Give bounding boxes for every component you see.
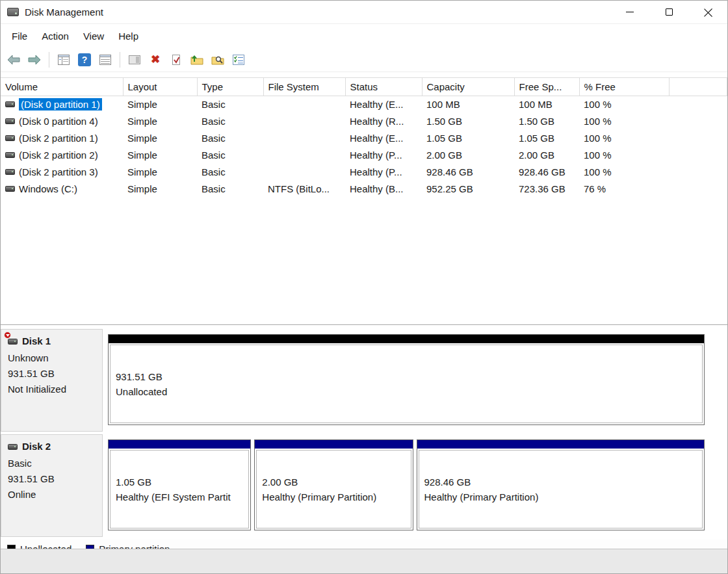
table-row[interactable]: (Disk 0 partition 4) Simple Basic Health… [1, 113, 727, 130]
disk-1-header[interactable]: Disk 1 Unknown 931.51 GB Not Initialized [1, 329, 103, 432]
column-header-file-system[interactable]: File System [263, 78, 345, 96]
back-button[interactable] [4, 51, 23, 69]
show-action-pane-button[interactable] [125, 51, 144, 69]
table-row[interactable]: (Disk 2 partition 2) Simple Basic Health… [1, 147, 727, 164]
table-row[interactable]: (Disk 2 partition 1) Simple Basic Health… [1, 130, 727, 147]
disk-size: 931.51 GB [8, 366, 96, 382]
properties-button[interactable] [229, 51, 248, 69]
unallocated-band [109, 335, 704, 343]
partition-status: Healthy (Primary Partition) [262, 489, 410, 504]
title-bar: Disk Management [1, 1, 727, 24]
cell-free-space: 1.50 GB [514, 113, 579, 130]
mark-active-button[interactable] [166, 51, 186, 69]
volume-icon [5, 101, 15, 107]
cell-pct-free: 76 % [579, 181, 669, 198]
volume-name: (Disk 2 partition 2) [19, 150, 98, 161]
show-action-pane-icon [129, 55, 140, 64]
cell-layout: Simple [123, 96, 197, 113]
primary-partition-band [417, 440, 705, 449]
disk-1-graph: 931.51 GB Unallocated [103, 329, 727, 432]
toolbar-separator [120, 52, 120, 68]
export-list-button[interactable] [96, 51, 115, 69]
partition-size: 1.05 GB [116, 475, 248, 489]
legend-label: Primary partition [99, 543, 170, 549]
explore-button[interactable] [208, 51, 228, 69]
disk-2-header[interactable]: Disk 2 Basic 931.51 GB Online [1, 434, 103, 537]
disk-2-icon [8, 441, 18, 452]
disk-1-icon [8, 335, 18, 346]
disk-1-row: Disk 1 Unknown 931.51 GB Not Initialized… [1, 329, 727, 432]
cell-pct-free: 100 % [579, 164, 669, 181]
cell-capacity: 928.46 GB [422, 164, 514, 181]
minimize-button[interactable] [610, 1, 649, 23]
menu-help[interactable]: Help [111, 26, 146, 46]
cell-type: Basic [197, 164, 263, 181]
menu-file[interactable]: File [5, 26, 34, 46]
volume-name: Windows (C:) [19, 183, 77, 194]
cell-layout: Simple [123, 181, 197, 198]
cell-type: Basic [197, 130, 263, 147]
cell-pct-free: 100 % [579, 96, 669, 113]
cell-layout: Simple [123, 130, 197, 147]
partition-box-unallocated[interactable]: 931.51 GB Unallocated [108, 334, 705, 425]
column-header-free-space[interactable]: Free Sp... [514, 78, 579, 96]
show-console-tree-button[interactable] [54, 51, 73, 69]
disk-state: Not Initialized [8, 382, 96, 397]
help-button[interactable]: ? [75, 51, 94, 69]
partition-size: 928.46 GB [424, 475, 703, 489]
cell-pct-free: 100 % [579, 113, 669, 130]
volume-list-pane: Volume Layout Type File System Status Ca… [1, 72, 727, 325]
table-row[interactable]: (Disk 0 partition 1) Simple Basic Health… [1, 96, 727, 113]
cell-free-space: 2.00 GB [514, 147, 579, 164]
cell-type: Basic [197, 181, 263, 198]
status-bar [1, 549, 727, 573]
column-header-capacity[interactable]: Capacity [422, 78, 514, 96]
disk-management-window: Disk Management File Action View Help [0, 0, 728, 574]
column-header-type[interactable]: Type [197, 78, 263, 96]
column-header-layout[interactable]: Layout [123, 78, 197, 96]
forward-button[interactable] [25, 51, 44, 69]
volume-name: (Disk 2 partition 1) [19, 133, 98, 144]
partition-box-primary-1[interactable]: 2.00 GB Healthy (Primary Partition) [254, 439, 413, 530]
table-row[interactable]: (Disk 2 partition 3) Simple Basic Health… [1, 164, 727, 181]
maximize-icon [666, 8, 673, 16]
open-button[interactable] [187, 51, 207, 69]
cell-layout: Simple [123, 164, 197, 181]
partition-size: 931.51 GB [116, 369, 702, 384]
column-header-pct-free[interactable]: % Free [579, 78, 669, 96]
cell-status: Healthy (E... [345, 130, 422, 147]
cell-file-system [263, 164, 345, 181]
menu-view[interactable]: View [76, 26, 111, 46]
disk-management-app-icon [7, 8, 19, 16]
column-header-volume[interactable]: Volume [1, 78, 123, 96]
cell-status: Healthy (R... [345, 113, 422, 130]
show-console-tree-icon [58, 55, 70, 65]
legend-label: Unallocated [20, 543, 72, 549]
cell-file-system [263, 130, 345, 147]
disk-kind: Basic [8, 456, 96, 471]
close-button[interactable] [688, 1, 727, 23]
cell-file-system [263, 113, 345, 130]
partition-box-efi[interactable]: 1.05 GB Healthy (EFI System Partit [108, 439, 251, 530]
column-header-status[interactable]: Status [345, 78, 422, 96]
legend-item-unallocated: Unallocated [7, 543, 72, 549]
cell-status: Healthy (P... [345, 164, 422, 181]
partition-box-primary-2[interactable]: 928.46 GB Healthy (Primary Partition) [417, 439, 705, 530]
maximize-button[interactable] [649, 1, 688, 23]
window-title: Disk Management [25, 7, 103, 18]
mark-active-icon [171, 54, 181, 66]
partition-size: 2.00 GB [262, 475, 410, 489]
disk-state: Online [8, 487, 96, 502]
volume-icon [5, 118, 15, 124]
table-row[interactable]: Windows (C:) Simple Basic NTFS (BitLo...… [1, 181, 727, 198]
menu-action[interactable]: Action [34, 26, 76, 46]
disk-name: Disk 1 [22, 335, 51, 346]
delete-volume-button[interactable]: ✖ [146, 51, 165, 69]
cell-file-system: NTFS (BitLo... [263, 181, 345, 198]
legend-item-primary-partition: Primary partition [86, 543, 170, 549]
window-controls [610, 1, 727, 23]
close-icon [703, 8, 712, 17]
cell-status: Healthy (E... [345, 96, 422, 113]
export-list-icon [99, 55, 111, 65]
cell-capacity: 1.50 GB [422, 113, 514, 130]
